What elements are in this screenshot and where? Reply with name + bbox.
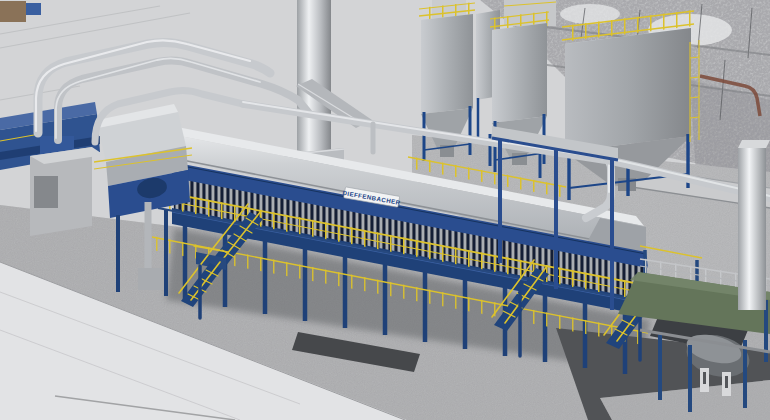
stainless-column — [738, 140, 770, 310]
crate — [0, 1, 26, 22]
blue-box — [26, 3, 41, 15]
industrial-render: DIEFFENBACHER — [0, 0, 770, 420]
render-canvas: DIEFFENBACHER — [0, 0, 770, 420]
